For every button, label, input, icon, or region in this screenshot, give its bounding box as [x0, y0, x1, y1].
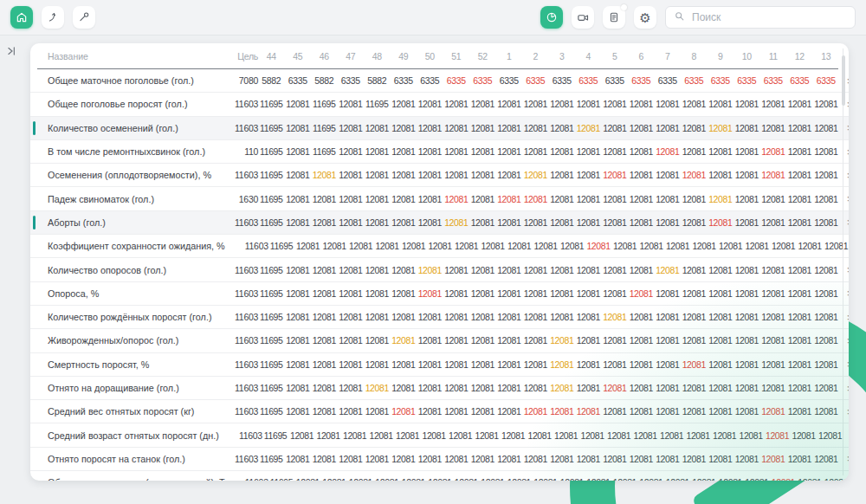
week-value: 12081 — [480, 241, 507, 251]
camera-button[interactable] — [572, 6, 594, 29]
vertical-scrollbar-track[interactable] — [843, 48, 843, 475]
drag-handle-icon[interactable]: = — [839, 145, 849, 158]
week-column-header[interactable]: 12 — [786, 51, 813, 61]
notes-button[interactable] — [603, 6, 625, 29]
week-value: 12081 — [575, 217, 602, 228]
week-value: 12081 — [628, 170, 655, 180]
week-column-header[interactable]: 44 — [258, 51, 285, 61]
week-column-header[interactable]: 7 — [655, 51, 682, 61]
week-value: 12081 — [417, 194, 443, 204]
drag-handle-icon[interactable]: = — [839, 263, 849, 276]
week-column-header[interactable]: 11 — [760, 51, 787, 61]
week-column-header[interactable]: 2 — [522, 51, 549, 61]
week-column-header[interactable]: 51 — [443, 51, 470, 61]
settings-button[interactable]: ⚙ — [634, 6, 656, 29]
table-row[interactable]: Общее маточное поголовье (гол.)708058826… — [30, 69, 849, 93]
week-value: 12081 — [681, 194, 708, 204]
week-column-header[interactable]: 6 — [628, 51, 655, 61]
week-column-header[interactable]: 50 — [417, 51, 443, 61]
week-column-header[interactable]: 47 — [338, 51, 365, 61]
drag-handle-icon[interactable]: = — [843, 429, 849, 442]
week-column-header[interactable]: 4 — [575, 51, 602, 61]
drag-handle-icon[interactable]: = — [839, 192, 849, 205]
week-value: 11695 — [364, 99, 391, 109]
week-value: 12081 — [506, 241, 533, 251]
week-column-header[interactable]: 48 — [364, 51, 391, 61]
row-label: Количество опоросов (гол.) — [30, 265, 215, 275]
week-value: 12081 — [443, 312, 470, 322]
week-value: 12081 — [347, 241, 374, 251]
week-column-header[interactable]: 13 — [813, 51, 840, 61]
week-value: 12081 — [797, 241, 824, 251]
table-row[interactable]: Средний возраст отнятых поросят (дн.)116… — [30, 423, 849, 447]
drag-handle-icon[interactable]: = — [839, 121, 849, 134]
week-value: 12081 — [285, 335, 312, 346]
week-value: 12081 — [364, 170, 391, 180]
week-column-header[interactable]: 45 — [285, 51, 312, 61]
week-column-header[interactable]: 8 — [681, 51, 708, 61]
week-value: 12081 — [469, 146, 496, 157]
week-value: 12081 — [760, 454, 787, 464]
week-value: 12081 — [632, 430, 659, 441]
week-value: 6335 — [681, 75, 708, 86]
drag-handle-icon[interactable]: = — [839, 358, 849, 371]
table-row[interactable]: Коэффициент сохранности ожидания, %11603… — [30, 235, 849, 258]
week-column-header[interactable]: 52 — [469, 51, 496, 61]
week-column-header[interactable]: 3 — [549, 51, 576, 61]
drag-handle-icon[interactable]: = — [839, 405, 849, 418]
reports-button[interactable] — [540, 6, 563, 29]
week-column-header[interactable]: 9 — [708, 51, 734, 61]
drag-handle-icon[interactable]: = — [839, 169, 849, 182]
table-row[interactable]: Количество осеменений (гол.)116031169512… — [30, 117, 849, 140]
search-box[interactable] — [665, 6, 856, 29]
home-button[interactable] — [10, 6, 33, 29]
table-row[interactable]: Опороса, %116031169512081120811208112081… — [30, 282, 849, 306]
week-value: 12081 — [391, 217, 417, 228]
week-column-header[interactable]: 46 — [311, 51, 338, 61]
week-column-header[interactable]: 10 — [734, 51, 760, 61]
table-row[interactable]: Отнято на доращивание (гол.)116031169512… — [30, 377, 849, 400]
week-value: 12081 — [391, 312, 417, 322]
week-value: 12081 — [553, 430, 579, 441]
week-value: 12081 — [681, 123, 708, 133]
undo-button[interactable] — [42, 6, 64, 29]
table-row[interactable]: Смертность поросят, %1160311695120811208… — [30, 353, 849, 377]
table-row[interactable]: Общее поголовье поросят (гол.)1160311695… — [30, 93, 849, 116]
drag-handle-icon[interactable]: = — [839, 287, 849, 300]
table-row[interactable]: Количество опоросов (гол.)11603116951208… — [30, 258, 849, 281]
week-column-header[interactable]: 1 — [496, 51, 523, 61]
sidebar-expand-icon[interactable] — [6, 45, 18, 61]
week-value: 12081 — [338, 454, 365, 464]
drag-handle-icon[interactable]: = — [839, 382, 849, 395]
week-value: 12081 — [681, 170, 708, 180]
week-value: 12081 — [469, 288, 496, 299]
vertical-scrollbar-thumb[interactable] — [842, 55, 845, 106]
table-row[interactable]: Падеж свиноматок (гол.)16301169512081120… — [30, 187, 849, 210]
week-value: 12081 — [364, 288, 391, 299]
week-value: 12081 — [285, 146, 312, 157]
drag-handle-icon[interactable]: = — [839, 216, 849, 229]
table-row[interactable]: Живорожденных/опорос (гол.)1160311695120… — [30, 329, 849, 352]
week-value: 12081 — [744, 241, 771, 251]
table-row[interactable]: Количество рождённых поросят (гол.)11603… — [30, 306, 849, 329]
week-value: 12081 — [734, 335, 760, 346]
week-value: 12081 — [655, 170, 682, 180]
table-row[interactable]: Аборты (гол.)116031169512081120811208112… — [30, 211, 849, 235]
table-row[interactable]: Осеменения (оплодотворяемости), %1160311… — [30, 164, 849, 187]
wrench-icon — [78, 11, 90, 23]
drag-handle-icon[interactable]: = — [839, 452, 849, 465]
row-label: Коэффициент сохранности ожидания, % — [30, 241, 225, 251]
week-value: 12081 — [813, 217, 840, 228]
search-input[interactable] — [690, 10, 847, 24]
table-row[interactable]: Объем на свиноматку (опережающий), Т1160… — [30, 471, 849, 481]
drag-handle-icon[interactable]: = — [839, 311, 849, 324]
week-value: 12081 — [602, 335, 629, 346]
table-row[interactable]: В том числе ремонтныхсвинок (гол.)110116… — [30, 140, 849, 164]
table-row[interactable]: Средний вес отнятых поросят (кг)11603116… — [30, 400, 849, 423]
tools-button[interactable] — [73, 6, 95, 29]
drag-handle-icon[interactable]: = — [839, 334, 849, 347]
table-row[interactable]: Отнято поросят на станок (гол.)116031169… — [30, 448, 849, 471]
week-column-header[interactable]: 49 — [391, 51, 417, 61]
week-column-header[interactable]: 5 — [602, 51, 629, 61]
week-value: 12081 — [628, 288, 655, 299]
